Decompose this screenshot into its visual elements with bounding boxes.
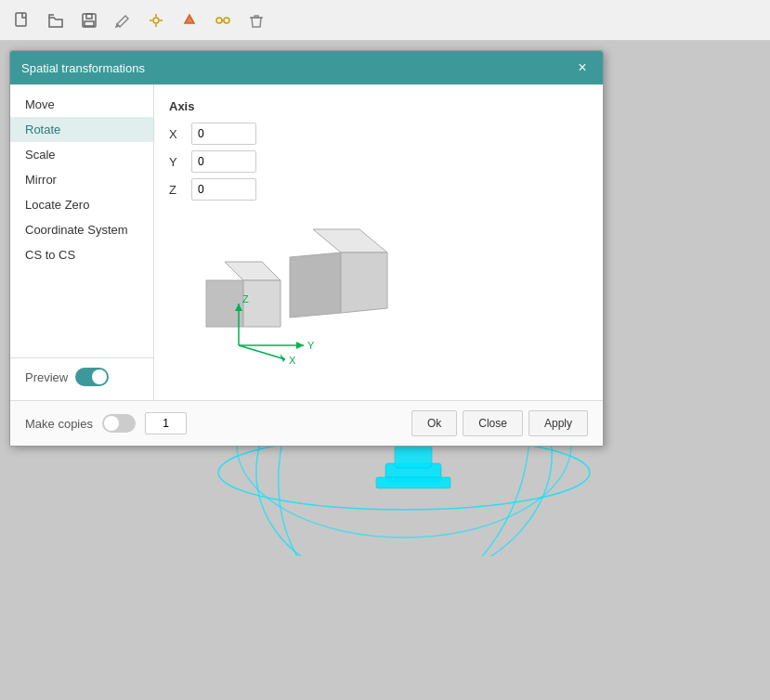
footer-buttons: Ok Close Apply: [411, 410, 588, 436]
svg-point-4: [153, 18, 159, 23]
preview-label: Preview: [25, 370, 68, 384]
make-copies-label: Make copies: [25, 417, 93, 431]
3d-preview: X Y Z: [188, 225, 588, 385]
preview-section: Preview: [10, 357, 154, 395]
svg-rect-12: [376, 477, 450, 488]
close-button[interactable]: Close: [463, 410, 523, 436]
dialog-content: Axis X Y Z: [154, 84, 603, 400]
sidebar-item-rotate[interactable]: Rotate: [10, 117, 153, 142]
mesh-button[interactable]: [208, 6, 238, 35]
dialog-body: Move Rotate Scale Mirror Locate Zero Coo…: [10, 84, 603, 400]
sidebar-item-cs-to-cs[interactable]: CS to CS: [10, 242, 153, 267]
sidebar-item-mirror[interactable]: Mirror: [10, 167, 153, 192]
svg-text:X: X: [289, 355, 296, 366]
ok-button[interactable]: Ok: [411, 410, 457, 436]
svg-rect-2: [86, 14, 92, 19]
svg-point-5: [216, 18, 222, 23]
svg-rect-3: [85, 21, 94, 26]
axis-y-label: Y: [169, 155, 184, 169]
svg-line-27: [239, 345, 285, 359]
save-button[interactable]: [74, 6, 104, 35]
edit-button[interactable]: [108, 6, 137, 35]
sidebar-item-move[interactable]: Move: [10, 92, 153, 117]
svg-rect-0: [16, 13, 26, 26]
new-button[interactable]: [7, 6, 37, 35]
svg-marker-26: [341, 253, 387, 313]
sidebar: Move Rotate Scale Mirror Locate Zero Coo…: [10, 84, 154, 400]
svg-marker-24: [313, 229, 387, 253]
dialog-title: Spatial transformations: [21, 61, 145, 75]
svg-marker-25: [290, 253, 341, 318]
svg-marker-23: [243, 280, 281, 327]
svg-text:Y: Y: [307, 340, 315, 351]
svg-marker-22: [206, 280, 243, 327]
axis-z-label: Z: [169, 183, 184, 197]
delete-button[interactable]: [241, 6, 271, 35]
dialog-titlebar: Spatial transformations ×: [10, 51, 603, 84]
sidebar-item-locate-zero[interactable]: Locate Zero: [10, 192, 153, 217]
axis-section: Axis X Y Z: [169, 99, 588, 206]
axis-y-row: Y: [169, 150, 588, 173]
toolbar: [0, 0, 770, 41]
dialog-close-button[interactable]: ×: [573, 58, 592, 77]
axis-x-input[interactable]: [191, 123, 256, 145]
svg-marker-31: [296, 342, 304, 349]
sidebar-item-scale[interactable]: Scale: [10, 142, 153, 167]
main-area: Spatial transformations × Move Rotate Sc…: [0, 41, 770, 700]
open-button[interactable]: [41, 6, 71, 35]
dialog-footer: Make copies Ok Close Apply: [10, 400, 603, 446]
copies-input[interactable]: [145, 412, 187, 434]
svg-marker-21: [225, 262, 281, 280]
svg-text:Z: Z: [242, 293, 249, 305]
preview-toggle[interactable]: [75, 368, 109, 386]
axis-x-row: X: [169, 123, 588, 145]
axis-y-input[interactable]: [191, 150, 256, 173]
shape-button[interactable]: [175, 6, 204, 35]
svg-point-6: [224, 18, 229, 23]
axis-x-label: X: [169, 127, 184, 141]
cube-preview-svg: X Y Z: [188, 225, 401, 382]
transform-button[interactable]: [141, 6, 171, 35]
apply-button[interactable]: Apply: [529, 410, 588, 436]
axis-label: Axis: [169, 99, 588, 113]
spatial-transformations-dialog: Spatial transformations × Move Rotate Sc…: [9, 50, 604, 447]
axis-z-input[interactable]: [191, 178, 256, 201]
make-copies-toggle[interactable]: [102, 414, 136, 433]
axis-z-row: Z: [169, 178, 588, 201]
sidebar-item-coordinate-system[interactable]: Coordinate System: [10, 217, 153, 242]
